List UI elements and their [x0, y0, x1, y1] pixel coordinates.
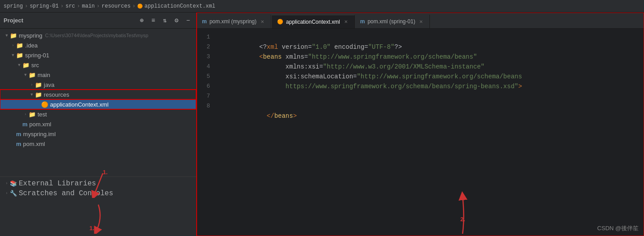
myspring-path: C:\Users\30744\IdeaProjects\mybatisTest\…	[45, 33, 148, 38]
breadcrumb-src[interactable]: src	[65, 3, 75, 9]
folder-icon-main: 📁	[29, 72, 36, 78]
editor-content: 1 2 3 4 5 6 7 8 <?xml version="1.0" enco…	[197, 29, 644, 236]
arrow-ext-libs: ›	[4, 181, 10, 186]
tab-label-pom-myspring: pom.xml (myspring)	[210, 18, 257, 25]
tree-item-pom1[interactable]: m pom.xml	[0, 119, 196, 129]
tree-label-ext-libs: External Libraries	[19, 180, 96, 188]
sidebar: Project ⊕ ≡ ⇅ ⚙ − ▼ 📁 myspring C:\Users\…	[0, 13, 197, 236]
tree-label-appctx: applicationContext.xml	[50, 101, 109, 108]
folder-icon-resources: 📁	[35, 91, 42, 98]
arrow-main: ▼	[22, 73, 29, 77]
tab-m-icon-2: m	[360, 18, 365, 25]
arrow-spring01: ▼	[10, 53, 16, 57]
breadcrumb-resources[interactable]: resources	[101, 3, 130, 9]
tab-xml-icon: 🟠	[277, 19, 283, 25]
tree-label-spring01: spring-01	[25, 52, 49, 59]
folder-icon-spring01: 📁	[16, 52, 23, 59]
arrow-src: ▼	[16, 63, 22, 67]
code-area[interactable]: <?xml version="1.0" encoding="UTF-8"?> <…	[215, 29, 644, 236]
tree-label-pom1: pom.xml	[29, 121, 51, 128]
tab-close-pom-myspring[interactable]: ✕	[259, 18, 265, 25]
tree-item-main[interactable]: ▼ 📁 main	[0, 70, 196, 80]
arrow-resources: ▼	[29, 92, 35, 97]
arrow-svg-1	[76, 202, 121, 234]
scratches-icon: 🔧	[10, 190, 17, 197]
tree-item-scratches[interactable]: › 🔧 Scratches and Consoles	[0, 189, 196, 198]
folder-icon-src: 📁	[22, 62, 29, 69]
arrow-scratches: ›	[4, 191, 10, 196]
line-num-3: 3	[197, 52, 215, 62]
sidebar-toolbar: ⊕ ≡ ⇅ ⚙ −	[137, 16, 193, 25]
code-line-8: </beans>	[222, 101, 637, 111]
main-area: Project ⊕ ≡ ⇅ ⚙ − ▼ 📁 myspring C:\Users\…	[0, 13, 644, 236]
editor-area: m pom.xml (myspring) ✕ 🟠 applicationCont…	[197, 13, 644, 236]
tree-label-myspring: myspring	[19, 32, 42, 39]
line-numbers: 1 2 3 4 5 6 7 8	[197, 29, 215, 236]
line-num-5: 5	[197, 72, 215, 82]
pom-icon-2: m	[16, 141, 21, 147]
breadcrumb-spring01[interactable]: spring-01	[29, 3, 59, 9]
tree-item-src[interactable]: ▼ 📁 src	[0, 60, 196, 70]
ext-libs-icon: 📚	[10, 180, 17, 187]
sidebar-bottom: › 📚 External Libraries › 🔧 Scratches and…	[0, 176, 196, 200]
iml-icon: m	[16, 131, 21, 137]
tree-label-src: src	[31, 62, 39, 69]
tab-close-appctx[interactable]: ✕	[343, 19, 349, 25]
minimize-btn[interactable]: −	[184, 16, 193, 25]
tree-label-idea: .idea	[25, 42, 38, 49]
line-num-1: 1	[197, 32, 215, 42]
tree-item-spring01[interactable]: ▼ 📁 spring-01	[0, 50, 196, 60]
tab-label-pom-spring01: pom.xml (spring-01)	[367, 18, 415, 25]
tab-bar: m pom.xml (myspring) ✕ 🟠 applicationCont…	[197, 13, 644, 29]
tree-item-idea[interactable]: › 📁 .idea	[0, 40, 196, 50]
collapse-btn[interactable]: ≡	[149, 16, 158, 25]
folder-icon-myspring: 📁	[10, 32, 17, 39]
tree-item-java[interactable]: › 📁 java	[0, 80, 196, 90]
arrow-test: ›	[22, 112, 29, 116]
tree-item-ext-libs[interactable]: › 📚 External Libraries	[0, 179, 196, 189]
line-num-4: 4	[197, 62, 215, 72]
tree-item-myspring[interactable]: ▼ 📁 myspring C:\Users\30744\IdeaProjects…	[0, 30, 196, 40]
tree-label-iml: myspring.iml	[23, 131, 56, 137]
arrow-idea: ›	[10, 43, 16, 47]
tab-m-icon-1: m	[202, 18, 207, 25]
appctx-icon: 🟠	[41, 101, 48, 108]
breadcrumb-spring[interactable]: spring	[4, 3, 23, 9]
arrow-myspring: ▼	[4, 33, 10, 38]
tree-label-test: test	[38, 111, 47, 118]
tab-pom-myspring[interactable]: m pom.xml (myspring) ✕	[197, 15, 271, 28]
appctx-breadcrumb-icon: 🟠	[137, 4, 143, 9]
tree-item-appctx[interactable]: 🟠 applicationContext.xml	[0, 99, 196, 109]
tab-label-appctx: applicationContext.xml	[286, 19, 340, 25]
sort-btn[interactable]: ⇅	[160, 16, 169, 25]
line-num-6: 6	[197, 82, 215, 91]
arrow-java: ›	[29, 82, 35, 87]
tree-label-resources: resources	[44, 91, 69, 98]
sidebar-tree: ▼ 📁 myspring C:\Users\30744\IdeaProjects…	[0, 29, 196, 176]
code-line-1: <?xml version="1.0" encoding="UTF-8"?>	[222, 32, 637, 42]
tab-pom-spring01[interactable]: m pom.xml (spring-01) ✕	[355, 15, 430, 28]
tab-appctx[interactable]: 🟠 applicationContext.xml ✕	[271, 15, 355, 28]
tab-close-pom-spring01[interactable]: ✕	[418, 18, 424, 25]
tree-label-java: java	[44, 82, 55, 88]
breadcrumb-bar: spring › spring-01 › src › main › resour…	[0, 0, 644, 13]
tree-item-test[interactable]: › 📁 test	[0, 109, 196, 119]
breadcrumb-main[interactable]: main	[82, 3, 95, 9]
tree-label-pom2: pom.xml	[23, 141, 45, 147]
new-file-btn[interactable]: ⊕	[137, 16, 146, 25]
annotation-area-1: 1.	[0, 200, 196, 236]
tree-item-pom2[interactable]: m pom.xml	[0, 139, 196, 149]
sidebar-title: Project	[4, 17, 23, 24]
folder-icon-test: 📁	[29, 111, 36, 118]
tree-item-myspringiml[interactable]: m myspring.iml	[0, 129, 196, 139]
pom-icon-1: m	[22, 121, 28, 128]
tree-item-resources[interactable]: ▼ 📁 resources	[0, 90, 196, 99]
tree-label-main: main	[38, 72, 50, 78]
line-num-7: 7	[197, 91, 215, 101]
breadcrumb-appctx[interactable]: applicationContext.xml	[144, 3, 215, 9]
sidebar-header: Project ⊕ ≡ ⇅ ⚙ −	[0, 13, 196, 29]
line-num-2: 2	[197, 42, 215, 52]
settings-btn[interactable]: ⚙	[172, 16, 181, 25]
folder-icon-idea: 📁	[16, 42, 23, 49]
code-line-7	[222, 91, 637, 101]
